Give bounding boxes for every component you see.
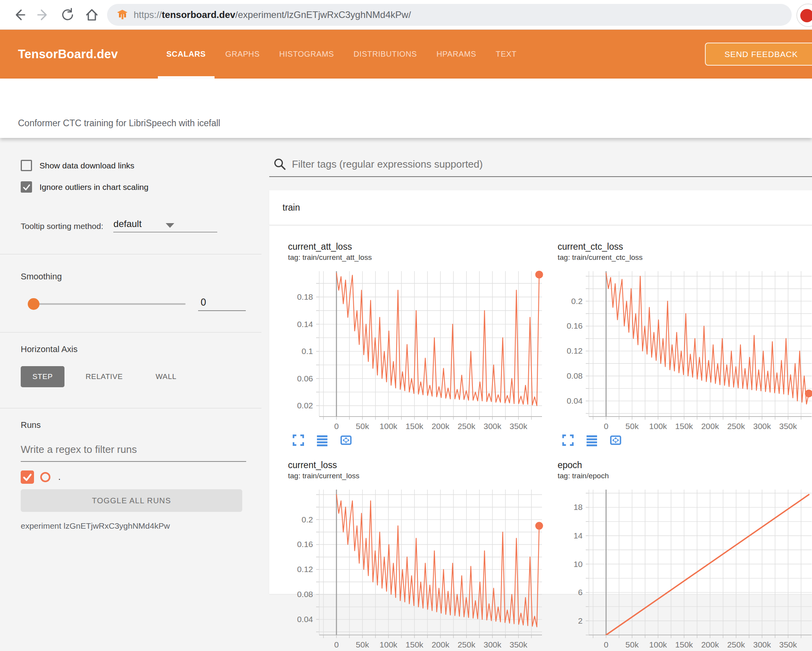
back-button[interactable] [7,4,31,26]
tab-distributions[interactable]: DISTRIBUTIONS [347,30,423,79]
settings-sidebar: Show data download links Ignore outliers… [0,138,261,651]
tooltip-sorting-value: default [113,218,141,229]
scalar-line-chart[interactable]: 0.040.080.120.160.2050k100k150k200k250k3… [558,270,812,431]
tooltip-sorting-select[interactable]: default [113,218,217,232]
ignore-outliers-checkbox[interactable]: Ignore outliers in chart scaling [21,181,246,193]
chart-tag: tag: train/current_ctc_loss [558,253,812,262]
charts-card: current_att_loss tag: train/current_att_… [269,226,812,594]
brand-title: TensorBoard.dev [18,47,118,61]
chart-tag: tag: train/current_att_loss [288,253,558,262]
run-checkbox[interactable] [21,470,34,484]
svg-text:100k: 100k [649,640,667,649]
svg-text:300k: 300k [753,422,771,431]
runs-filter-input[interactable]: Write a regex to filter runs [21,444,246,462]
checkbox-label: Ignore outliers in chart scaling [39,182,148,192]
smoothing-value-field[interactable]: 0 [198,297,246,311]
scalar-line-chart[interactable]: 26101418050k100k150k200k250k300k350k [558,489,812,649]
svg-text:150k: 150k [406,422,424,431]
profile-avatar[interactable] [796,4,812,27]
checkbox-icon [21,160,32,171]
svg-text:150k: 150k [406,640,424,649]
address-bar[interactable]: https://tensorboard.dev/experiment/lzGnE… [107,4,792,26]
svg-text:0.16: 0.16 [567,321,583,330]
svg-text:350k: 350k [510,640,528,649]
svg-text:300k: 300k [483,422,501,431]
fullscreen-icon[interactable] [292,434,305,447]
tag-group-header[interactable]: train [269,190,812,225]
svg-text:14: 14 [574,531,583,540]
smoothing-slider-row: 0 [21,297,246,311]
axis-option-relative[interactable]: RELATIVE [74,366,134,387]
svg-text:0.04: 0.04 [297,615,313,624]
search-icon [273,157,286,171]
tab-hparams[interactable]: HPARAMS [430,30,483,79]
tag-group-title: train [283,202,300,213]
checkbox-icon [21,181,32,193]
run-name: . [58,472,61,482]
svg-text:250k: 250k [727,422,745,431]
chart-tag: tag: train/epoch [558,472,812,480]
runs-list-icon[interactable] [585,434,598,447]
svg-text:0.02: 0.02 [297,401,313,410]
home-button[interactable] [80,4,104,26]
forward-button[interactable] [31,4,55,26]
send-feedback-button[interactable]: SEND FEEDBACK [705,43,812,66]
svg-text:0.08: 0.08 [297,590,313,599]
reload-button[interactable] [55,4,80,26]
show-download-links-checkbox[interactable]: Show data download links [21,160,246,171]
filter-tags-input[interactable]: Filter tags (regular expressions support… [269,157,812,177]
tab-graphs[interactable]: GRAPHS [219,30,266,79]
axis-option-step[interactable]: STEP [21,366,64,387]
experiment-subtitle-band: Conformer CTC training for LibriSpeech w… [0,79,812,138]
nav-tabs: SCALARSGRAPHSHISTOGRAMSDISTRIBUTIONSHPAR… [160,30,530,79]
slider-thumb[interactable] [28,298,39,310]
chart-title: current_ctc_loss [558,241,812,252]
tab-scalars[interactable]: SCALARS [160,30,212,79]
tab-text[interactable]: TEXT [490,30,523,79]
chart-current-loss: current_loss tag: train/current_loss 0.0… [288,460,558,651]
runs-list-icon[interactable] [316,434,329,447]
svg-text:50k: 50k [626,422,639,431]
svg-text:300k: 300k [753,640,771,649]
scalar-line-chart[interactable]: 0.020.060.10.140.18050k100k150k200k250k3… [288,270,546,431]
smoothing-slider[interactable] [29,303,186,305]
svg-text:0: 0 [604,640,608,649]
tab-histograms[interactable]: HISTOGRAMS [273,30,340,79]
fit-domain-icon[interactable] [340,434,352,447]
chart-tag: tag: train/current_loss [288,472,558,480]
runs-section: Runs Write a regex to filter runs . TOGG… [0,408,261,531]
smoothing-section: Smoothing 0 [0,254,261,333]
reload-icon [60,7,75,22]
svg-text:0.12: 0.12 [297,565,313,574]
svg-text:350k: 350k [779,640,797,649]
svg-text:0.2: 0.2 [302,515,313,524]
svg-text:100k: 100k [649,422,667,431]
tensorboard-favicon-icon [116,9,128,21]
svg-text:150k: 150k [675,422,693,431]
axis-option-wall[interactable]: WALL [144,366,188,387]
svg-text:200k: 200k [701,640,719,649]
dashboard-main: Filter tags (regular expressions support… [261,138,812,651]
content-area: Show data download links Ignore outliers… [0,138,812,651]
fullscreen-icon[interactable] [562,434,574,447]
back-icon [11,7,27,23]
svg-text:0.12: 0.12 [567,346,583,355]
svg-text:0.06: 0.06 [297,374,313,383]
svg-text:0.2: 0.2 [571,297,583,306]
toggle-all-runs-button[interactable]: TOGGLE ALL RUNS [21,489,242,512]
svg-text:100k: 100k [379,640,397,649]
chart-current-ctc-loss: current_ctc_loss tag: train/current_ctc_… [558,241,812,447]
svg-text:200k: 200k [701,422,719,431]
svg-text:0: 0 [604,422,608,431]
svg-text:0.18: 0.18 [297,292,313,301]
charts-grid: current_att_loss tag: train/current_att_… [288,241,812,651]
svg-text:0.04: 0.04 [567,396,583,405]
svg-text:10: 10 [574,560,583,569]
svg-text:50k: 50k [626,640,639,649]
chart-title: current_loss [288,460,558,470]
fit-domain-icon[interactable] [609,434,622,447]
svg-text:200k: 200k [431,640,449,649]
svg-text:18: 18 [574,503,583,512]
scalar-line-chart[interactable]: 0.040.080.120.160.2050k100k150k200k250k3… [288,489,546,649]
run-color-swatch[interactable] [40,472,50,482]
